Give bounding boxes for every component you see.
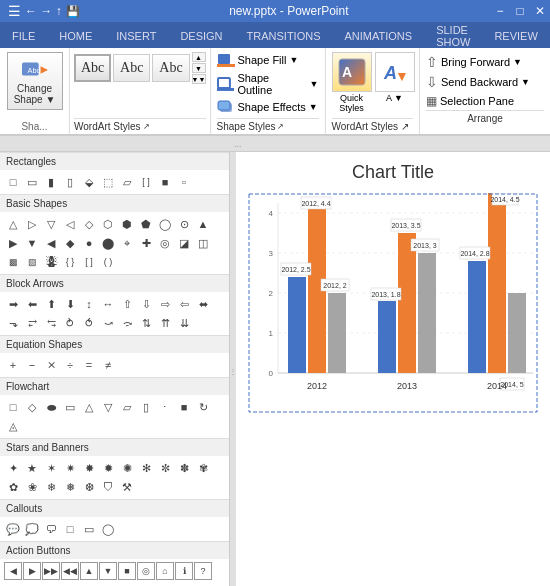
shape-item[interactable]: ✼ (156, 459, 174, 477)
shape-item[interactable]: 💭 (23, 520, 41, 538)
shape-item[interactable]: ⌖ (118, 234, 136, 252)
scroll-expand-btn[interactable]: ▼▼ (192, 74, 206, 84)
shape-item[interactable]: ❄ (42, 478, 60, 496)
shape-item[interactable]: ⬙ (80, 173, 98, 191)
shape-item[interactable]: ◆ (61, 234, 79, 252)
shape-item[interactable]: ⬎ (4, 314, 22, 332)
shape-item[interactable]: △ (4, 215, 22, 233)
shape-item[interactable]: ▽ (99, 398, 117, 416)
shape-item[interactable]: ◁ (61, 215, 79, 233)
shape-item[interactable]: ✷ (61, 459, 79, 477)
shape-item[interactable]: ● (80, 234, 98, 252)
shape-item[interactable]: ▶▶ (42, 562, 60, 580)
shape-item[interactable]: ▫ (175, 173, 193, 191)
shape-item[interactable]: ➡ (4, 295, 22, 313)
tab-transitions[interactable]: TRANSITIONS (235, 24, 333, 48)
shape-item[interactable]: ⇊ (175, 314, 193, 332)
shape-item[interactable]: ⬆ (42, 295, 60, 313)
tab-file[interactable]: FILE (0, 24, 47, 48)
shape-item[interactable]: ▭ (23, 173, 41, 191)
shape-item[interactable]: ◪ (175, 234, 193, 252)
shape-fill-row[interactable]: Shape Fill ▼ (217, 52, 319, 68)
shape-item[interactable]: ⇩ (137, 295, 155, 313)
shape-item[interactable]: ℹ (175, 562, 193, 580)
text-style-btn-2[interactable]: Abc (113, 54, 150, 82)
change-shape-button[interactable]: Abc ChangeShape ▼ (7, 52, 63, 110)
shape-item[interactable]: ✽ (175, 459, 193, 477)
shape-item[interactable]: ✺ (118, 459, 136, 477)
shape-item[interactable]: ■ (118, 562, 136, 580)
shape-item[interactable]: ◫ (194, 234, 212, 252)
shape-item[interactable]: ◇ (80, 215, 98, 233)
shape-item[interactable]: ✚ (137, 234, 155, 252)
shape-item[interactable]: ⬬ (42, 398, 60, 416)
shape-item[interactable]: ✾ (194, 459, 212, 477)
shape-item[interactable]: ▼ (23, 234, 41, 252)
shape-effects-row[interactable]: Shape Effects ▼ (217, 99, 319, 115)
shape-item[interactable]: { } (61, 253, 79, 271)
shape-item[interactable]: ⥀ (80, 314, 98, 332)
shape-item[interactable]: □ (4, 398, 22, 416)
shape-item[interactable]: ▲ (80, 562, 98, 580)
shape-item[interactable]: ✹ (99, 459, 117, 477)
shape-item[interactable]: + (4, 356, 22, 374)
shape-item[interactable]: ⬚ (99, 173, 117, 191)
tab-slideshow[interactable]: SLIDE SHOW (424, 24, 482, 48)
shape-item[interactable]: 🗩 (42, 520, 60, 538)
shape-item[interactable]: ↕ (80, 295, 98, 313)
shape-item[interactable]: ⤼ (118, 314, 136, 332)
shape-item[interactable]: ⬇ (61, 295, 79, 313)
shape-item[interactable]: ▶ (4, 234, 22, 252)
shape-item[interactable]: ⛇ (42, 253, 60, 271)
shape-item[interactable]: ◎ (137, 562, 155, 580)
shape-item[interactable]: ▽ (42, 215, 60, 233)
shape-item[interactable]: ★ (23, 459, 41, 477)
shape-item[interactable]: ▭ (61, 398, 79, 416)
shape-item[interactable]: □ (4, 173, 22, 191)
shape-item[interactable]: ⬅ (23, 295, 41, 313)
shape-item[interactable]: ⇅ (137, 314, 155, 332)
shape-item[interactable]: ✶ (42, 459, 60, 477)
shape-item[interactable]: ⬟ (137, 215, 155, 233)
shape-item[interactable]: ⚒ (118, 478, 136, 496)
shape-item[interactable]: ⬤ (99, 234, 117, 252)
close-button[interactable]: ✕ (530, 0, 550, 22)
shape-item[interactable]: ⇨ (156, 295, 174, 313)
text-style-btn-3[interactable]: Abc (152, 54, 189, 82)
shape-item[interactable]: ⥁ (61, 314, 79, 332)
shape-item[interactable]: ⬌ (194, 295, 212, 313)
shape-item[interactable]: ↻ (194, 398, 212, 416)
bring-forward-row[interactable]: ⇧ Bring Forward ▼ (426, 52, 544, 72)
shape-item[interactable]: ( ) (99, 253, 117, 271)
shape-item[interactable]: ⇧ (118, 295, 136, 313)
shape-item[interactable]: ⥂ (23, 314, 41, 332)
shape-item[interactable]: □ (61, 520, 79, 538)
shape-item[interactable]: ⋅ (156, 398, 174, 416)
shape-item[interactable]: ▯ (61, 173, 79, 191)
quick-styles-button[interactable]: A QuickStyles (332, 52, 372, 113)
scroll-down-btn[interactable]: ▼ (192, 63, 206, 73)
tab-home[interactable]: HOME (47, 24, 104, 48)
wordart-button[interactable]: A ▼ A ▼ (375, 52, 415, 103)
shape-item[interactable]: ≠ (99, 356, 117, 374)
shape-item[interactable]: ❆ (80, 478, 98, 496)
shape-item[interactable]: ⤻ (99, 314, 117, 332)
shape-item[interactable]: ◀ (4, 562, 22, 580)
text-style-btn-1[interactable]: Abc (74, 54, 111, 82)
shape-item[interactable]: ÷ (61, 356, 79, 374)
shape-item[interactable]: ▩ (4, 253, 22, 271)
tab-insert[interactable]: INSERT (104, 24, 168, 48)
shape-item[interactable]: ⨯ (42, 356, 60, 374)
shape-item[interactable]: ◀ (42, 234, 60, 252)
shape-item[interactable]: ◬ (4, 417, 22, 435)
minimize-button[interactable]: − (490, 0, 510, 22)
shape-item[interactable]: ◯ (99, 520, 117, 538)
tab-review[interactable]: REVIEW (482, 24, 549, 48)
shape-item[interactable]: ✿ (4, 478, 22, 496)
shape-item[interactable]: ▲ (194, 215, 212, 233)
shape-item[interactable]: − (23, 356, 41, 374)
shape-item[interactable]: △ (80, 398, 98, 416)
shape-item[interactable]: ▼ (99, 562, 117, 580)
shape-item[interactable]: = (80, 356, 98, 374)
shape-item[interactable]: [ ] (137, 173, 155, 191)
